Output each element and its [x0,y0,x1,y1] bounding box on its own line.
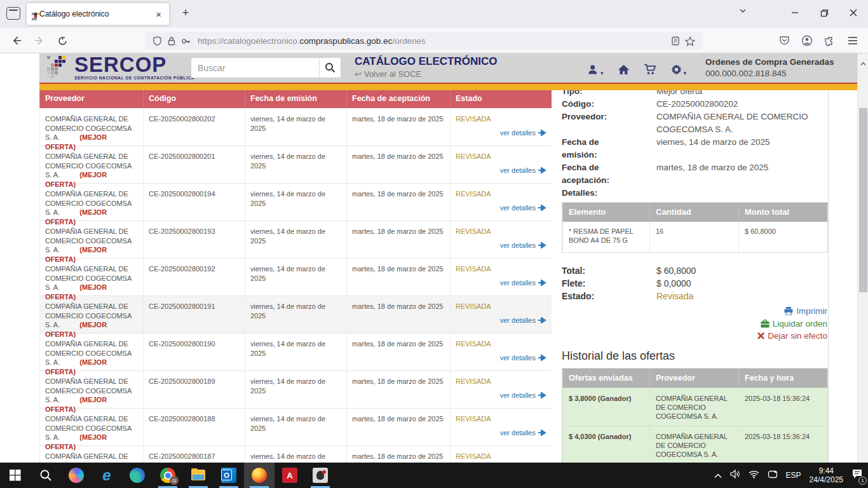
field-label: Fecha de emisión: [562,136,628,161]
url-bar[interactable]: https://catalogoelectronico.compraspubli… [145,32,703,50]
undo-icon: ↩ [355,69,362,79]
table-row[interactable]: COMPAÑIA GENERAL DE COMERCIO COGECOMSA S… [39,258,552,295]
item-amount: $ 60,8000 [738,222,827,252]
table-row[interactable]: COMPAÑIA GENERAL DE COMERCIO COGECOMSA S… [39,445,552,463]
ver-detalles-link[interactable]: ver detalles [500,128,546,138]
taskbar-outlook-button[interactable] [214,463,244,488]
taskbar-edge-button[interactable] [122,463,153,488]
field-label: Detalles: [562,187,628,200]
search-box [191,57,341,78]
taskbar-app-button[interactable] [305,463,336,488]
tray-chevron-up-icon[interactable] [714,470,722,481]
permissions-key-icon[interactable] [181,37,191,45]
browser-tab[interactable]: Catálogo electrónico × [27,3,169,25]
language-indicator[interactable]: ESP [786,471,801,480]
volver-soce-link[interactable]: ↩ Volver al SOCE [355,69,497,79]
ver-detalles-link[interactable]: ver detalles [500,166,546,175]
reload-icon[interactable] [55,33,70,48]
taskbar-copilot-button[interactable] [61,463,92,488]
field-value: COMPAÑIA GENERAL DE COMERCIO COGECOMSA S… [656,111,828,136]
firefox-view-icon[interactable] [6,7,20,20]
dejar-sin-efecto-link[interactable]: Dejar sin efecto [562,330,827,342]
back-icon[interactable] [9,33,24,48]
taskbar-search-button[interactable] [31,463,61,488]
table-row[interactable]: COMPAÑIA GENERAL DE COMERCIO COGECOMSA S… [39,370,552,408]
tab-close-icon[interactable]: × [153,9,164,20]
field-label: Proveedor: [562,111,628,136]
extensions-puzzle-icon[interactable] [822,33,837,48]
order-code: CE-20250002800194 [143,184,245,226]
offer-datetime: 2025-03-18 15:36:24 [738,388,827,426]
ver-detalles-link[interactable]: ver detalles [500,203,546,213]
ver-detalles-link[interactable]: ver detalles [500,391,546,400]
estado-value: Revisada [656,290,828,302]
new-tab-button[interactable]: + [178,6,193,20]
taskbar-ie-button[interactable]: e [92,463,122,488]
status-cell: REVISADA ver detalles [450,446,552,463]
emission-date: viernes, 14 de marzo de 2025 [245,409,346,451]
provider-cell: COMPAÑIA GENERAL DE COMERCIO COGECOMSA S… [39,259,143,301]
menu-hamburger-icon[interactable] [845,33,860,48]
bookmark-star-icon[interactable] [685,36,695,46]
table-row[interactable]: COMPAÑIA GENERAL DE COMERCIO COGECOMSA S… [39,333,552,370]
account-icon[interactable] [799,33,815,48]
table-row[interactable]: COMPAÑIA GENERAL DE COMERCIO COGECOMSA S… [39,220,552,258]
provider-cell: COMPAÑIA GENERAL DE COMERCIO COGECOMSA S… [39,109,143,151]
status-cell: REVISADA ver detalles [450,259,552,301]
search-input[interactable] [191,58,319,78]
table-row[interactable]: COMPAÑIA GENERAL DE COMERCIO COGECOMSA S… [39,408,552,445]
status-cell: REVISADA ver detalles [450,221,552,264]
minimize-button[interactable] [780,0,810,25]
taskbar-acrobat-button[interactable]: A [275,463,305,488]
taskbar-firefox-button[interactable] [244,463,275,488]
scroll-up-icon[interactable] [860,57,866,69]
arrow-right-icon [538,130,546,136]
table-row[interactable]: COMPAÑIA GENERAL DE COMERCIO COGECOMSA S… [39,183,552,220]
sercop-logo[interactable]: SERCOP SERVICIO NACIONAL DE CONTRATACIÓN… [74,55,194,80]
status-cell: REVISADA ver detalles [450,334,552,376]
settings-gear-icon[interactable]: ▾ [670,64,687,78]
field-value: CE-20250002800202 [656,98,828,111]
user-menu-icon[interactable]: ▾ [587,64,604,78]
vertical-scrollbar[interactable] [857,53,868,463]
table-row-selected[interactable]: COMPAÑIA GENERAL DE COMERCIO COGECOMSA S… [39,295,552,333]
taskbar-explorer-button[interactable] [183,463,214,488]
scrollbar-thumb[interactable] [859,108,867,292]
start-button[interactable] [0,463,31,488]
search-button[interactable] [319,58,341,78]
chrome-profile-badge: G [170,476,179,485]
cart-icon[interactable] [644,64,656,78]
taskbar-chrome-button[interactable]: G [153,463,183,488]
lock-icon[interactable] [167,36,176,46]
acceptance-date: martes, 18 de marzo de 2025 [346,446,450,463]
order-code: CE-20250002800193 [143,221,245,264]
ver-detalles-link[interactable]: ver detalles [500,316,546,325]
home-icon[interactable] [618,64,630,78]
close-window-button[interactable] [839,0,868,25]
status-badge: REVISADA [456,265,491,273]
wifi-icon[interactable] [749,470,759,481]
ver-detalles-link[interactable]: ver detalles [500,241,546,250]
notification-center-button[interactable]: 1 [851,469,863,482]
col-codigo: Código [143,90,245,108]
clock[interactable]: 9:44 24/4/2025 [810,466,843,484]
emission-date: viernes, 14 de marzo de 2025 [245,334,346,376]
col-proveedor-hist: Proveedor [649,369,738,388]
shield-icon[interactable] [153,36,162,46]
pocket-icon[interactable] [776,33,792,48]
volume-icon[interactable] [730,470,740,481]
reader-view-icon[interactable] [671,36,680,46]
ver-detalles-link[interactable]: ver detalles [500,428,546,438]
taskbar: e G A ESP 9:44 24/4/2025 1 [0,463,868,488]
maximize-button[interactable] [810,0,839,25]
device-icon[interactable] [768,470,778,481]
provider-cell: COMPAÑIA GENERAL DE COMERCIO COGECOMSA S… [39,221,143,264]
list-tabs-chevron-icon[interactable] [738,6,747,18]
ver-detalles-link[interactable]: ver detalles [500,278,546,288]
imprimir-link[interactable]: Imprimir [562,305,827,318]
forward-icon[interactable] [32,33,47,48]
liquidar-orden-link[interactable]: Liquidar orden [562,318,827,330]
ver-detalles-link[interactable]: ver detalles [500,353,546,363]
table-row[interactable]: COMPAÑIA GENERAL DE COMERCIO COGECOMSA S… [39,146,552,183]
table-row[interactable]: COMPAÑIA GENERAL DE COMERCIO COGECOMSA S… [39,108,552,146]
